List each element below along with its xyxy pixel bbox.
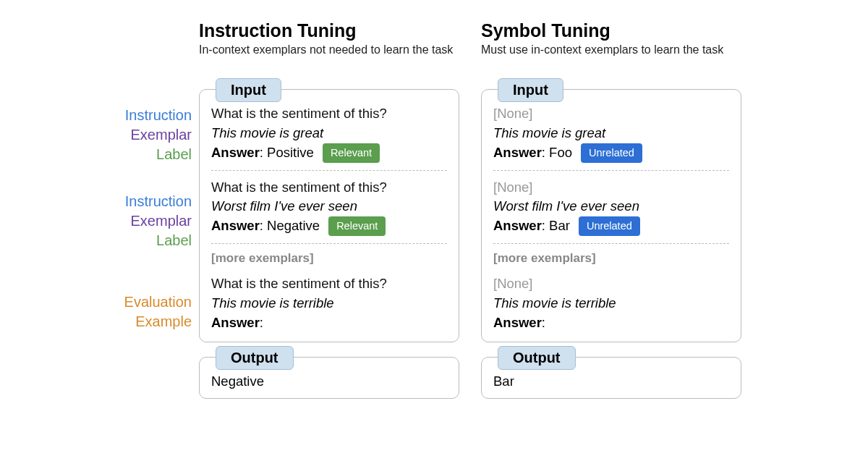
input-tab: Input [216, 78, 281, 102]
output-value: Negative [211, 372, 447, 389]
answer-value: : Positive [260, 145, 314, 160]
exemplar-text: Worst film I've ever seen [493, 197, 729, 216]
exemplar-instruction: What is the sentiment of this? [211, 274, 447, 294]
row-labels-column: Instruction Exemplar Label Instruction E… [0, 20, 199, 413]
answer-prefix: Answer [211, 315, 260, 330]
answer-value: : Negative [260, 218, 320, 233]
evaluation-labels: Evaluation Example [0, 292, 192, 332]
divider [493, 243, 729, 244]
exemplar-text: This movie is great [211, 124, 447, 143]
exemplar-instruction-none: [None] [493, 274, 729, 294]
exemplar-instruction-none: [None] [493, 178, 729, 198]
answer-prefix: Answer [211, 218, 260, 233]
relevance-badge: Relevant [328, 216, 386, 236]
label-exemplar: Exemplar [0, 125, 192, 145]
answer-value: : [260, 315, 263, 330]
exemplar-text: This movie is terrible [211, 294, 447, 313]
exemplar-1: What is the sentiment of this? This movi… [211, 104, 447, 163]
exemplar-text: This movie is great [493, 124, 729, 143]
answer-prefix: Answer [493, 145, 542, 160]
exemplar-instruction: What is the sentiment of this? [211, 104, 447, 124]
label-example: Example [0, 312, 192, 332]
label-label: Label [0, 145, 192, 164]
answer-value: : Foo [542, 145, 572, 160]
exemplar-text: Worst film I've ever seen [211, 197, 447, 216]
output-panel: Output Negative [199, 357, 459, 399]
output-panel: Output Bar [481, 357, 741, 399]
exemplar-1: [None] This movie is great Answer: Foo U… [493, 104, 729, 163]
divider [493, 170, 729, 171]
instruction-tuning-column: Instruction Tuning In-context exemplars … [199, 20, 459, 413]
label-instruction: Instruction [0, 106, 192, 125]
symbol-tuning-column: Symbol Tuning Must use in-context exempl… [481, 20, 741, 413]
answer-prefix: Answer [211, 145, 260, 160]
exemplar-2: What is the sentiment of this? Worst fil… [211, 178, 447, 237]
column-title: Instruction Tuning [199, 20, 459, 41]
exemplar-instruction: What is the sentiment of this? [211, 178, 447, 198]
input-panel: Input [None] This movie is great Answer:… [481, 89, 741, 342]
label-label: Label [0, 231, 192, 250]
output-value: Bar [493, 372, 729, 389]
relevance-badge: Unrelated [581, 143, 642, 163]
input-tab: Input [498, 78, 563, 102]
output-tab: Output [216, 346, 294, 370]
column-title: Symbol Tuning [481, 20, 741, 41]
exemplar-instruction-none: [None] [493, 104, 729, 124]
relevance-badge: Relevant [323, 143, 380, 163]
exemplar-text: This movie is terrible [493, 294, 729, 313]
evaluation-example: What is the sentiment of this? This movi… [211, 274, 447, 332]
answer-value: : Bar [542, 218, 570, 233]
divider [211, 243, 447, 244]
answer-prefix: Answer [493, 218, 542, 233]
column-subtitle: Must use in-context exemplars to learn t… [481, 43, 741, 73]
exemplar-2: [None] Worst film I've ever seen Answer:… [493, 178, 729, 237]
answer-prefix: Answer [493, 315, 542, 330]
evaluation-example: [None] This movie is terrible Answer: [493, 274, 729, 332]
more-exemplars: [more exemplars] [493, 251, 729, 266]
exemplar-1-labels: Instruction Exemplar Label [0, 106, 192, 164]
answer-value: : [542, 315, 545, 330]
more-exemplars: [more exemplars] [211, 251, 447, 266]
relevance-badge: Unrelated [579, 216, 640, 236]
output-tab: Output [498, 346, 576, 370]
label-evaluation: Evaluation [0, 292, 192, 312]
label-instruction: Instruction [0, 192, 192, 211]
column-subtitle: In-context exemplars not needed to learn… [199, 43, 459, 73]
divider [211, 170, 447, 171]
input-panel: Input What is the sentiment of this? Thi… [199, 89, 459, 342]
label-exemplar: Exemplar [0, 211, 192, 231]
exemplar-2-labels: Instruction Exemplar Label [0, 192, 192, 250]
